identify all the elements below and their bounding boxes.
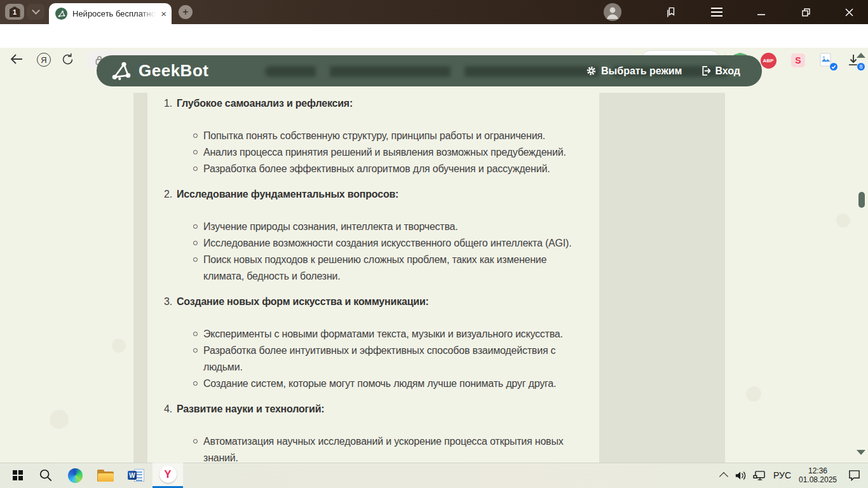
taskbar-edge-button[interactable] — [62, 463, 88, 488]
taskbar-explorer-button[interactable] — [93, 463, 118, 488]
gear-icon — [586, 65, 597, 76]
decorative-circle — [50, 410, 69, 429]
tab-title: Нейросеть бесплатно 2 — [72, 9, 156, 18]
network-icon[interactable] — [750, 470, 769, 481]
yandex-home-icon[interactable]: Я — [37, 53, 51, 67]
list-item: Анализ процесса принятия решений и выявл… — [164, 144, 578, 161]
tray-chevron-up-icon[interactable] — [715, 471, 732, 480]
tray-date: 01.08.2025 — [796, 475, 840, 484]
list-section: 1.Глубокое самоанализ и рефлексия:Попытк… — [164, 95, 578, 177]
back-icon[interactable] — [10, 53, 23, 67]
list-item: Автоматизация научных исследований и уск… — [164, 433, 578, 466]
choose-mode-label: Выбрать режим — [601, 65, 682, 77]
list-section-heading: 4.Развитие науки и технологий: — [164, 401, 578, 417]
address-bar: Я geekbot.ru Нейросеть бесплатно 2025: И… — [0, 24, 868, 48]
login-button[interactable]: Вход — [701, 65, 740, 77]
list-section: 3.Создание новых форм искусства и коммун… — [164, 294, 578, 392]
list-section: 4.Развитие науки и технологий:Автоматиза… — [164, 401, 578, 466]
downloads-count-badge: 8 — [857, 62, 865, 71]
list-item: Изучение природы сознания, интеллекта и … — [164, 219, 578, 235]
tab-group-chevron-button[interactable] — [27, 4, 44, 20]
chevron-down-icon — [32, 6, 40, 15]
decorative-circle — [112, 339, 126, 353]
list-item: Исследование возможности создания искусс… — [164, 235, 578, 252]
language-indicator[interactable]: РУС — [769, 470, 796, 480]
tab-group-badge: 1 — [10, 6, 20, 17]
list-section: 2.Исследование фундаментальных вопросов:… — [164, 186, 578, 285]
tab-group-button[interactable]: 1 — [5, 4, 24, 20]
system-tray: РУС 12:3601.08.2025 — [715, 463, 868, 488]
clock[interactable]: 12:3601.08.2025 — [796, 466, 840, 484]
screen: 1 Нейросеть бесплатно 2 × + — [0, 0, 868, 488]
list-item: Эксперименты с новыми форматами текста, … — [164, 326, 578, 342]
restore-button[interactable] — [793, 0, 818, 24]
refresh-icon[interactable] — [61, 53, 74, 69]
taskbar-yandex-browser-button-active[interactable]: Y — [153, 463, 183, 488]
list-item: Создание систем, которые могут помочь лю… — [164, 376, 578, 392]
word-icon: W — [128, 468, 144, 482]
bookmarks-panel-button[interactable] — [658, 0, 684, 24]
taskbar-word-button[interactable]: W — [123, 463, 149, 488]
s-extension-icon[interactable]: S — [790, 52, 806, 69]
edge-icon — [68, 468, 83, 483]
new-tab-button[interactable]: + — [179, 5, 193, 19]
volume-icon[interactable] — [732, 470, 750, 481]
tray-time: 12:36 — [796, 466, 840, 475]
list-item: Поиск новых подходов к решению сложных п… — [164, 252, 578, 285]
file-explorer-icon — [97, 469, 114, 482]
windows-logo-icon — [13, 470, 23, 480]
list-item: Разработка более эффективных алгоритмов … — [164, 161, 578, 177]
site-header: GeekBot Выбрать режим Вход — [97, 55, 762, 86]
profile-avatar[interactable] — [604, 3, 621, 21]
tab-close-icon[interactable]: × — [161, 9, 166, 18]
decorative-circle — [746, 386, 761, 402]
choose-mode-button[interactable]: Выбрать режим — [586, 65, 682, 77]
scrollbar-thumb[interactable] — [858, 192, 865, 208]
site-brand[interactable]: GeekBot — [139, 61, 208, 81]
scrollbar-up-arrow[interactable] — [857, 53, 865, 58]
list-item: Попытка понять собственную структуру, пр… — [164, 128, 578, 144]
list-item: Разработка более интуитивных и эффективн… — [164, 342, 578, 376]
geekbot-favicon-icon — [55, 8, 67, 20]
list-section-heading: 1.Глубокое самоанализ и рефлексия: — [164, 95, 578, 112]
content-list: 1.Глубокое самоанализ и рефлексия:Попытк… — [164, 95, 578, 475]
geekbot-logo-icon — [111, 61, 132, 81]
close-button[interactable] — [836, 0, 862, 24]
action-center-icon[interactable] — [840, 470, 868, 481]
scrollbar-down-arrow[interactable] — [857, 450, 865, 455]
adblock-plus-extension-icon[interactable]: ABP — [760, 52, 776, 69]
list-section-heading: 2.Исследование фундаментальных вопросов: — [164, 186, 578, 203]
tab-strip: 1 Нейросеть бесплатно 2 × + — [0, 0, 868, 24]
search-icon — [39, 468, 53, 482]
yandex-browser-icon: Y — [159, 466, 177, 483]
content-left-strip — [133, 93, 147, 463]
taskbar-search-button[interactable] — [33, 463, 58, 488]
decorative-circle — [836, 214, 850, 227]
login-door-icon — [701, 65, 710, 76]
page-side-panel — [599, 93, 725, 463]
start-button[interactable] — [5, 463, 31, 488]
list-section-heading: 3.Создание новых форм искусства и коммун… — [164, 294, 578, 310]
document-check-extension-icon[interactable] — [818, 52, 834, 69]
menu-hamburger-icon[interactable] — [704, 0, 729, 24]
minimize-button[interactable] — [749, 0, 774, 24]
login-label: Вход — [715, 65, 740, 77]
browser-tab[interactable]: Нейросеть бесплатно 2 × — [49, 3, 172, 24]
